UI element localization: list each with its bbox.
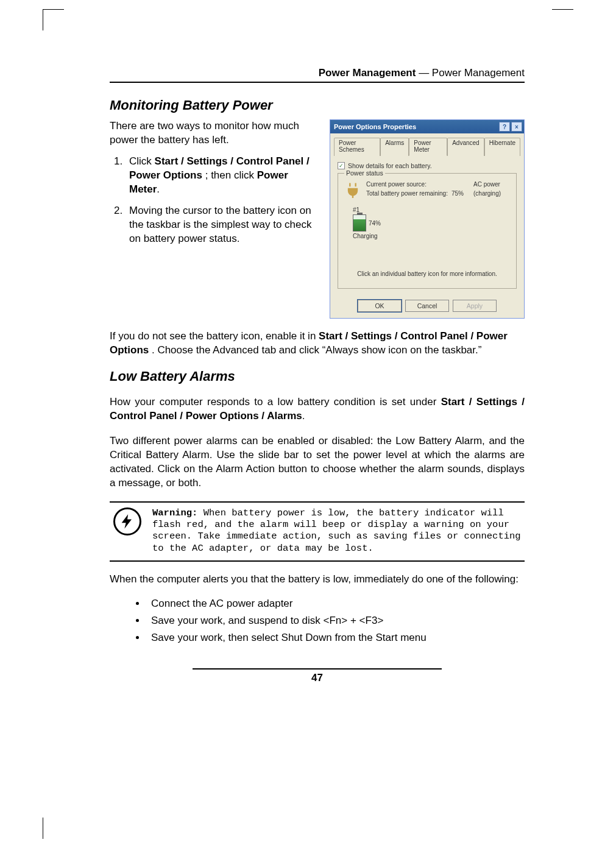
- show-details-label: Show details for each battery.: [348, 162, 432, 169]
- crop-mark-tl: [43, 9, 64, 30]
- apply-button[interactable]: Apply: [453, 300, 497, 312]
- total-remaining-label: Total battery power remaining:: [366, 190, 451, 198]
- cancel-button[interactable]: Cancel: [405, 300, 449, 312]
- action-bullet-list: Connect the AC power adapter Save your w…: [110, 598, 525, 644]
- bullet-2: Save your work, and suspend to disk <Fn>…: [146, 615, 525, 627]
- tab-power-schemes[interactable]: Power Schemes: [334, 138, 380, 156]
- footer-rule: [193, 668, 442, 670]
- low-battery-p1: How your computer responds to a low batt…: [110, 395, 525, 423]
- total-remaining-value: 75%: [451, 190, 473, 198]
- section1-step2: Moving the cursor to the battery icon on…: [126, 204, 317, 246]
- section1-intro: There are two ways to monitor how much p…: [110, 119, 317, 147]
- titlebar-help-button[interactable]: ?: [499, 122, 510, 132]
- power-status-fieldset: Power status Current power source: AC po…: [338, 173, 517, 289]
- current-source-value: AC power: [473, 181, 510, 189]
- after-warning-paragraph: When the computer alerts you that the ba…: [110, 573, 525, 587]
- page-number: 47: [110, 672, 525, 684]
- battery-number: #1: [353, 207, 510, 213]
- warning-label: Warning:: [152, 507, 197, 518]
- bullet-3: Save your work, then select Shut Down fr…: [146, 632, 525, 644]
- battery-percent: 74%: [369, 220, 381, 227]
- bullet-1: Connect the AC power adapter: [146, 598, 525, 610]
- warning-box: Warning: When battery power is low, the …: [110, 506, 525, 557]
- power-options-dialog: Power Options Properties ? × Power Schem…: [330, 119, 525, 319]
- dialog-title: Power Options Properties: [334, 123, 416, 130]
- dialog-titlebar: Power Options Properties ? ×: [330, 120, 524, 133]
- tab-hibernate[interactable]: Hibernate: [484, 138, 520, 156]
- fieldset-legend: Power status: [344, 169, 385, 177]
- header-rest: Power Management: [432, 67, 525, 79]
- header-bold: Power Management: [319, 67, 416, 79]
- section1-step1: Click Start / Settings / Control Panel /…: [126, 155, 317, 197]
- tab-power-meter[interactable]: Power Meter: [409, 138, 447, 156]
- section-heading-low-battery: Low Battery Alarms: [110, 369, 525, 384]
- page-content: Power Management — Power Management Moni…: [0, 0, 616, 721]
- show-details-checkbox[interactable]: ✓: [338, 162, 345, 169]
- ok-button[interactable]: OK: [358, 300, 402, 312]
- dialog-tabs: Power Schemes Alarms Power Meter Advance…: [334, 137, 520, 156]
- page-footer: 47: [110, 668, 525, 684]
- tab-alarms[interactable]: Alarms: [380, 138, 409, 156]
- crop-mark-tr: [552, 9, 573, 30]
- lightning-icon: [113, 507, 141, 535]
- crop-mark-bl: [43, 818, 64, 839]
- total-remaining-status: (charging): [473, 190, 510, 198]
- current-source-label: Current power source:: [366, 181, 451, 189]
- section1-left-column: There are two ways to monitor how much p…: [110, 119, 317, 253]
- warning-bottom-rule: [110, 560, 525, 562]
- battery-state: Charging: [353, 233, 510, 239]
- battery-hint: Click an individual battery icon for mor…: [344, 239, 510, 277]
- warning-text: When battery power is low, the battery i…: [152, 507, 521, 554]
- running-header: Power Management — Power Management: [110, 67, 525, 83]
- low-battery-p2: Two different power alarms can be enable…: [110, 434, 525, 490]
- header-sep: —: [416, 67, 431, 79]
- titlebar-close-button[interactable]: ×: [511, 122, 522, 132]
- battery-icon[interactable]: [353, 214, 366, 231]
- plug-icon: [344, 181, 361, 198]
- enable-icon-paragraph: If you do not see the battery icon, enab…: [110, 330, 525, 358]
- tab-advanced[interactable]: Advanced: [447, 138, 484, 156]
- warning-top-rule: [110, 501, 525, 503]
- section-heading-monitoring: Monitoring Battery Power: [110, 97, 525, 113]
